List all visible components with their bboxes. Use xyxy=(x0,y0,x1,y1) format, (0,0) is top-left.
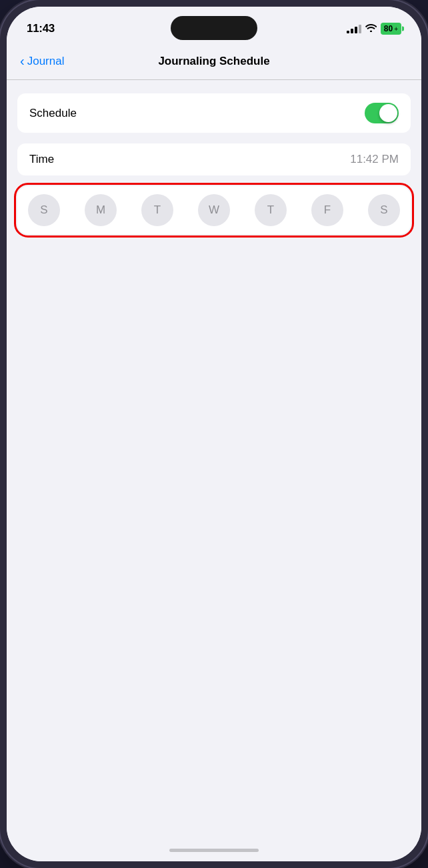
nav-header: ‹ Journal Journaling Schedule xyxy=(7,43,421,80)
day-saturday-label: S xyxy=(380,203,387,217)
schedule-row: Schedule xyxy=(17,93,411,133)
day-thursday[interactable]: T xyxy=(255,194,287,226)
dynamic-island xyxy=(171,16,257,40)
content-area: Schedule Time 11:42 PM S M xyxy=(7,80,421,839)
day-tuesday-label: T xyxy=(154,203,161,217)
day-monday[interactable]: M xyxy=(85,194,117,226)
signal-icon xyxy=(347,24,361,33)
days-of-week-container: S M T W T F S xyxy=(17,186,411,234)
schedule-label: Schedule xyxy=(29,107,77,120)
day-sunday-label: S xyxy=(40,203,47,217)
day-sunday[interactable]: S xyxy=(28,194,60,226)
phone-frame: 11:43 80 + xyxy=(0,0,428,868)
time-row[interactable]: Time 11:42 PM xyxy=(17,143,411,175)
day-friday-label: F xyxy=(324,203,331,217)
day-wednesday[interactable]: W xyxy=(198,194,230,226)
status-icons: 80 + xyxy=(347,23,401,35)
day-wednesday-label: W xyxy=(209,203,219,217)
schedule-toggle[interactable] xyxy=(365,103,399,123)
time-label: Time xyxy=(29,153,54,166)
time-card: Time 11:42 PM xyxy=(17,143,411,175)
day-friday[interactable]: F xyxy=(311,194,343,226)
status-time: 11:43 xyxy=(27,22,55,35)
toggle-thumb xyxy=(379,104,397,122)
back-chevron-icon: ‹ xyxy=(20,53,25,69)
screen: 11:43 80 + xyxy=(7,7,421,861)
day-saturday[interactable]: S xyxy=(368,194,400,226)
home-indicator xyxy=(7,839,421,861)
day-monday-label: M xyxy=(96,203,105,217)
back-label: Journal xyxy=(27,55,65,68)
home-bar xyxy=(169,849,259,852)
wifi-icon xyxy=(365,23,377,34)
day-tuesday[interactable]: T xyxy=(141,194,173,226)
schedule-card: Schedule xyxy=(17,93,411,133)
battery-icon: 80 + xyxy=(381,23,401,35)
time-value: 11:42 PM xyxy=(350,153,399,166)
page-title: Journaling Schedule xyxy=(158,55,269,68)
day-thursday-label: T xyxy=(267,203,274,217)
